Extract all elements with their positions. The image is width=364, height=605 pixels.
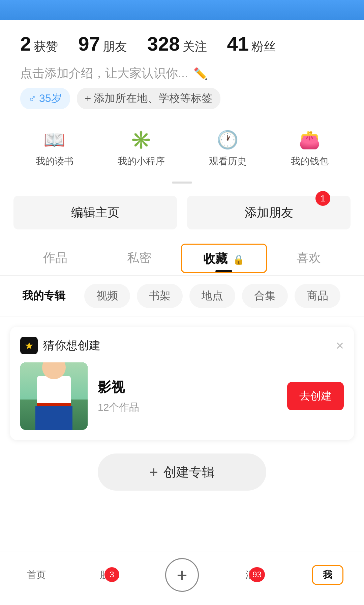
nav-add-button[interactable]: + <box>165 558 199 592</box>
quick-action-history[interactable]: 🕐 观看历史 <box>209 130 247 168</box>
add-tag-button[interactable]: + 添加所在地、学校等标签 <box>77 88 221 109</box>
sub-tab-my-album[interactable]: 我的专辑 <box>10 284 78 308</box>
tab-favorites[interactable]: 收藏 🔒 <box>181 244 267 273</box>
edit-profile-button[interactable]: 编辑主页 <box>13 196 177 229</box>
tab-likes[interactable]: 喜欢 <box>267 242 351 275</box>
stats-row: 2 获赞 97 朋友 328 关注 41 粉丝 <box>0 20 364 62</box>
nav-home[interactable]: 首页 <box>0 569 73 581</box>
gender-age-tag[interactable]: ♂ 35岁 <box>20 88 70 109</box>
tab-private[interactable]: 私密 <box>97 242 181 275</box>
nav-me-outline: 我 <box>312 565 343 585</box>
create-album-label: 创建专辑 <box>163 464 215 481</box>
stat-likes-number: 2 <box>20 32 31 55</box>
suggestion-info: 影视 12个作品 <box>98 378 277 414</box>
quick-actions: 📖 我的读书 ✳️ 我的小程序 🕐 观看历史 👛 我的钱包 <box>0 123 364 178</box>
stat-following-number: 328 <box>147 32 180 55</box>
nav-me[interactable]: 我 <box>291 565 364 585</box>
wallet-icon: 👛 <box>299 130 321 150</box>
suggestion-content: 影视 12个作品 去创建 <box>20 362 344 430</box>
reading-label: 我的读书 <box>36 155 73 168</box>
tags-row: ♂ 35岁 + 添加所在地、学校等标签 <box>0 88 364 123</box>
add-icon: + <box>177 565 187 585</box>
stat-following[interactable]: 328 关注 <box>147 32 207 55</box>
quick-action-reading[interactable]: 📖 我的读书 <box>36 130 73 168</box>
sub-tab-collection[interactable]: 合集 <box>242 284 288 308</box>
star-badge-icon: ★ <box>20 337 38 354</box>
top-bar <box>0 0 364 20</box>
nav-friends[interactable]: 3 朋友 <box>73 569 146 581</box>
stat-following-label: 关注 <box>183 38 207 55</box>
gender-icon: ♂ <box>28 92 36 105</box>
edit-icon[interactable]: ✏️ <box>193 67 208 80</box>
suggestion-card: ★ 猜你想创建 × <box>10 327 354 440</box>
sub-tab-location[interactable]: 地点 <box>189 284 235 308</box>
nav-messages-badge: 93 <box>249 567 265 582</box>
action-buttons: 编辑主页 添加朋友 1 <box>0 184 364 242</box>
add-friend-badge: 1 <box>315 191 330 206</box>
nav-home-label: 首页 <box>27 569 46 581</box>
edit-profile-label: 编辑主页 <box>71 204 120 221</box>
stat-fans-number: 41 <box>227 32 249 55</box>
stat-likes[interactable]: 2 获赞 <box>20 32 58 55</box>
stat-fans-label: 粉丝 <box>251 38 276 55</box>
close-suggestion-button[interactable]: × <box>336 338 344 353</box>
suggestion-header: ★ 猜你想创建 × <box>20 337 344 354</box>
lock-icon: 🔒 <box>233 254 245 265</box>
content-tabs: 作品 私密 收藏 🔒 喜欢 <box>0 242 364 276</box>
history-label: 观看历史 <box>209 155 247 168</box>
create-album-button[interactable]: + 创建专辑 <box>98 453 266 491</box>
sub-tab-shop[interactable]: 商品 <box>295 284 340 308</box>
suggestion-title-row: ★ 猜你想创建 <box>20 337 100 354</box>
nav-messages[interactable]: 93 消息 <box>218 569 291 581</box>
age-text: 35岁 <box>39 91 62 106</box>
bio-row[interactable]: 点击添加介绍，让大家认识你... ✏️ <box>0 62 364 88</box>
suggestion-title: 猜你想创建 <box>43 338 100 353</box>
clock-icon: 🕐 <box>217 130 239 150</box>
nav-friends-badge: 3 <box>104 567 119 582</box>
quick-action-miniprogram[interactable]: ✳️ 我的小程序 <box>118 130 165 168</box>
add-friend-button[interactable]: 添加朋友 1 <box>187 196 351 229</box>
quick-action-wallet[interactable]: 👛 我的钱包 <box>291 130 329 168</box>
add-tag-icon: + <box>85 92 91 105</box>
suggestion-item-count: 12个作品 <box>98 401 277 414</box>
miniprogram-icon: ✳️ <box>130 130 152 150</box>
book-icon: 📖 <box>43 130 65 150</box>
add-tag-label: 添加所在地、学校等标签 <box>94 91 212 106</box>
suggestion-item-name: 影视 <box>98 378 277 396</box>
wallet-label: 我的钱包 <box>291 155 329 168</box>
bio-text: 点击添加介绍，让大家认识你... <box>20 65 188 82</box>
sub-tabs: 我的专辑 视频 书架 地点 合集 商品 <box>0 276 364 317</box>
miniprogram-label: 我的小程序 <box>118 155 165 168</box>
tab-underline <box>215 270 232 272</box>
stat-friends-label: 朋友 <box>103 38 127 55</box>
add-friend-label: 添加朋友 <box>245 204 293 221</box>
bottom-nav: 首页 3 朋友 + 93 消息 我 <box>0 551 364 605</box>
nav-me-label: 我 <box>323 570 332 580</box>
stat-likes-label: 获赞 <box>34 38 58 55</box>
sub-tab-bookshelf[interactable]: 书架 <box>137 284 183 308</box>
suggestion-thumbnail <box>20 362 88 430</box>
stat-friends-number: 97 <box>78 32 100 55</box>
main-content: 2 获赞 97 朋友 328 关注 41 粉丝 点击添加介绍，让大家认识你...… <box>0 20 364 565</box>
plus-icon: + <box>149 464 158 480</box>
sub-tab-video[interactable]: 视频 <box>84 284 130 308</box>
stat-friends[interactable]: 97 朋友 <box>78 32 127 55</box>
tab-works[interactable]: 作品 <box>13 242 97 275</box>
nav-add[interactable]: + <box>146 558 218 592</box>
stat-fans[interactable]: 41 粉丝 <box>227 32 276 55</box>
create-album-go-button[interactable]: 去创建 <box>287 382 344 410</box>
